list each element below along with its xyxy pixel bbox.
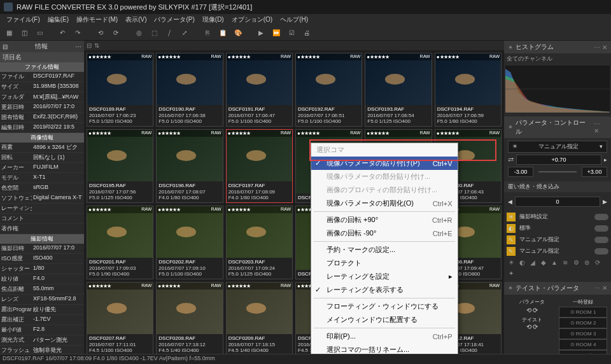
gear-icon[interactable]: ✴ — [508, 284, 513, 291]
prop-row: メーカーFUJIFILM — [0, 163, 84, 173]
ctx-item[interactable]: 現像パラメータの貼り付け(P)Ctrl+V — [311, 157, 458, 170]
taste-latest-button[interactable]: Latest ⟳ — [559, 350, 607, 354]
thumbnail[interactable]: ● ★★★★★RAWDSCF0208.RAF2016/07/07 17:18:1… — [156, 282, 223, 354]
tool-print-icon[interactable]: 🖨 — [300, 27, 313, 39]
thumbnail[interactable]: ● ★★★★★RAWDSCF0189.RAF2016/07/07 17:06:2… — [87, 53, 153, 127]
tool-level-icon[interactable]: ⧸ — [163, 27, 176, 39]
dev-icon[interactable]: ⚙ — [572, 258, 580, 267]
histogram-channel-label[interactable]: 全てのチャンネル — [504, 53, 611, 64]
wb-icon[interactable]: ◐ — [517, 258, 526, 267]
tool-palette-icon[interactable]: 🎨 — [232, 27, 244, 39]
thumbnail[interactable]: ● ★★★★★RAWDSCF0197.RAF2016/07/07 17:08:0… — [226, 129, 293, 203]
tool-batch-icon[interactable]: ⏩ — [270, 27, 283, 39]
gear-icon[interactable]: ✴ — [508, 44, 513, 51]
ev-value[interactable]: +0.70 — [516, 155, 601, 165]
tool-grid-icon[interactable]: ▦ — [3, 27, 15, 39]
taste-room-button[interactable]: ⊙ ROOM 2 — [559, 318, 607, 328]
ctx-item[interactable]: 選択コマの一括リネーム... — [311, 343, 458, 354]
prop-row: モデルX-T1 — [0, 173, 84, 183]
thumbnail[interactable]: ● ★★★★★RAWDSCF0202.RAF2016/07/07 17:09:1… — [156, 206, 223, 279]
tool-combo-icon[interactable]: ◫ — [18, 27, 31, 39]
tool-picker-icon[interactable]: ⤢ — [178, 27, 191, 39]
ctx-item[interactable]: プロテクト — [311, 256, 458, 270]
param-mode-dropdown[interactable]: ☀マニュアル指定▾ — [508, 141, 607, 153]
thumbnail[interactable]: ● ★★★★★RAWDSCF0195.RAF2016/07/07 17:07:5… — [87, 129, 153, 203]
taste2-ccw-icon[interactable]: ⟲ — [526, 323, 531, 330]
ctx-item[interactable]: 画像の回転 -90°Ctrl+E — [311, 227, 458, 240]
grid-toggle-icon[interactable]: ⊟ — [87, 42, 92, 49]
taste-header: テイスト・パラメータ — [516, 284, 579, 293]
grid-sort-icon[interactable]: ⇅ — [94, 42, 99, 49]
taste-room-button[interactable]: ⊙ ROOM 1 — [559, 307, 607, 318]
mode-row[interactable]: ☀撮影時設定 — [504, 211, 611, 223]
tool-undo-icon[interactable]: ↶ — [56, 27, 69, 39]
ctx-item[interactable]: レーティングを表示する — [311, 283, 458, 297]
histogram-header: ヒストグラム — [516, 43, 554, 52]
sharp-icon[interactable]: ▲ — [550, 258, 559, 267]
thumbnail[interactable]: ● ★★★★★RAWDSCF0194.RAF2016/07/07 17:06:5… — [435, 53, 502, 127]
ctx-item[interactable]: 現像パラメータの初期化(O)Ctrl+X — [311, 197, 458, 210]
tool-redo-icon[interactable]: ↷ — [71, 27, 84, 39]
panel-opts-icon[interactable]: ⋯ ✕ — [594, 44, 607, 51]
mode-row[interactable]: ✎マニュアル指定 — [504, 246, 611, 257]
mode-row[interactable]: ◐標準 — [504, 223, 611, 234]
thumbnail[interactable]: ● ★★★★★RAWDSCF0196.RAF2016/07/07 17:08:0… — [156, 129, 223, 203]
tool-preview-icon[interactable]: ▭ — [33, 27, 46, 39]
thumbnail[interactable]: ● ★★★★★RAWDSCF0207.RAF2016/07/07 17:11:0… — [87, 282, 153, 354]
tool-target-icon[interactable]: ◎ — [132, 27, 145, 39]
thumbnail[interactable]: ● ★★★★★RAWDSCF0192.RAF2016/07/07 17:06:5… — [295, 53, 362, 127]
thumbnail[interactable]: ● ★★★★★RAWDSCF0190.RAF2016/07/07 17:06:3… — [156, 53, 223, 127]
thumbnail[interactable]: ● ★★★★★RAWDSCF0191.RAF2016/07/07 17:06:4… — [226, 53, 293, 127]
burn-value[interactable]: 0 — [515, 197, 600, 207]
thumbnail[interactable]: ● ★★★★★RAWDSCF0201.RAF2016/07/07 17:09:0… — [87, 206, 153, 279]
lens-icon[interactable]: ⊚ — [582, 258, 591, 267]
rotate-icon[interactable]: ⟳ — [593, 258, 602, 267]
menu-option[interactable]: オプション(O) — [228, 14, 276, 25]
tool-copy-icon[interactable]: ⎘ — [201, 27, 214, 39]
prop-section: 撮影情報 — [0, 234, 84, 244]
menu-param[interactable]: パラメータ(P) — [150, 14, 198, 25]
menu-view[interactable]: 表示(V) — [122, 14, 150, 25]
tone-icon[interactable]: ◢ — [528, 258, 537, 267]
taste-ccw-icon[interactable]: ⟲ — [526, 307, 531, 314]
ctx-header: 選択コマ — [311, 143, 458, 157]
taste-room-button[interactable]: ⊙ ROOM 3 — [559, 328, 607, 339]
menu-mode[interactable]: 操作モード(M) — [73, 14, 122, 25]
menu-edit[interactable]: 編集(E) — [44, 14, 73, 25]
prop-row: レーティング — [0, 204, 84, 214]
color-icon[interactable]: ◆ — [539, 258, 548, 267]
thumbnail[interactable]: ● ★★★★★RAWDSCF0203.RAF2016/07/07 17:09:2… — [226, 206, 293, 279]
ctx-item[interactable]: 予約・マークの設定... — [311, 243, 458, 256]
exposure-icon[interactable]: ☀ — [507, 258, 516, 267]
taste-cw-icon[interactable]: ⟳ — [533, 307, 538, 314]
thumbnail[interactable]: ● ★★★★★RAWDSCF0209.RAF2016/07/07 17:18:1… — [226, 282, 293, 354]
tool-develop-icon[interactable]: ▶ — [255, 27, 267, 39]
ctx-item[interactable]: フローティング・ウィンドウにする — [311, 300, 458, 313]
tool-paste-icon[interactable]: 📋 — [216, 27, 229, 39]
effect-icon[interactable]: ✦ — [507, 269, 516, 278]
tool-rotate-cw-icon[interactable]: ⟳ — [109, 27, 122, 39]
nr-icon[interactable]: ≋ — [561, 258, 570, 267]
tool-check-icon[interactable]: ☑ — [285, 27, 298, 39]
prop-row: シャッター1/80 — [0, 264, 84, 274]
tool-rotate-ccw-icon[interactable]: ⟲ — [94, 27, 107, 39]
ctx-item[interactable]: メインウィンドウに配置する — [311, 313, 458, 326]
ctx-item[interactable]: 印刷(P)...Ctrl+P — [311, 330, 458, 343]
info-col-header: 項目名 — [0, 52, 84, 62]
taste-room-button[interactable]: ⊙ ROOM 4 — [559, 339, 607, 350]
ctx-item[interactable]: レーティングを設定▸ — [311, 270, 458, 283]
info-toggle-icon[interactable]: ⊟ — [3, 43, 8, 50]
info-opts-icon[interactable]: ⋯ — [75, 43, 81, 50]
ctx-item[interactable]: 画像の回転 +90°Ctrl+R — [311, 213, 458, 227]
panel-opts-icon[interactable]: ⋯ ✕ — [594, 120, 607, 134]
mode-row[interactable]: ✎マニュアル指定 — [504, 234, 611, 246]
taste2-cw-icon[interactable]: ⟳ — [533, 323, 538, 330]
gear-icon[interactable]: ✴ — [508, 123, 513, 130]
burn-label: 覆い焼き・焼き込み — [504, 181, 611, 192]
menu-develop[interactable]: 現像(D) — [199, 14, 228, 25]
tool-crop-icon[interactable]: ⬚ — [148, 27, 160, 39]
menu-file[interactable]: ファイル(F) — [3, 14, 44, 25]
thumbnail[interactable]: ● ★★★★★RAWDSCF0193.RAF2016/07/07 17:06:5… — [365, 53, 432, 127]
menu-help[interactable]: ヘルプ(H) — [276, 14, 312, 25]
panel-opts-icon[interactable]: ⋯ ✕ — [594, 284, 607, 291]
